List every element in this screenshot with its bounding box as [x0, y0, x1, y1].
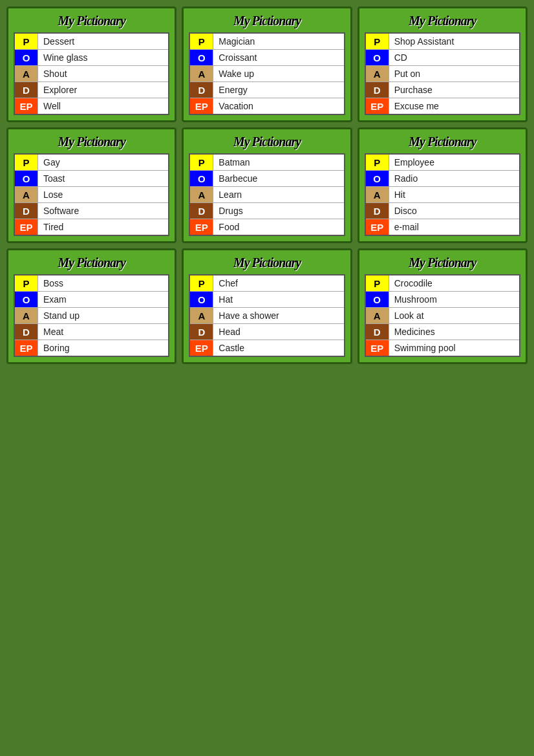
table-row: ORadio [366, 171, 519, 187]
row-word: Toast [38, 171, 168, 186]
row-letter-a: A [190, 66, 213, 81]
table-row: DSoftware [15, 203, 168, 219]
card-table-8: PCrocodileOMushroomALook atDMedicinesEPS… [365, 274, 520, 357]
row-letter-o: O [190, 171, 213, 186]
table-row: EPExcuse me [366, 98, 519, 114]
row-letter-ep: EP [190, 98, 213, 114]
table-row: AShout [15, 66, 168, 82]
card-table-4: PBatmanOBarbecueALearnDDrugsEPFood [189, 153, 345, 236]
table-row: AHit [366, 187, 519, 203]
row-letter-a: A [190, 308, 213, 323]
row-word: Purchase [389, 82, 519, 98]
table-row: PChef [190, 275, 343, 292]
row-letter-o: O [15, 171, 38, 186]
pictionary-card-7: My PictionaryPChefOHatAHave a showerDHea… [182, 248, 352, 364]
row-letter-o: O [366, 171, 389, 186]
row-word: Wake up [213, 66, 343, 81]
row-letter-a: A [190, 187, 213, 202]
card-title-5: My Pictionary [365, 135, 520, 149]
table-row: PBoss [15, 275, 168, 292]
row-letter-ep: EP [15, 219, 38, 235]
row-word: Chef [213, 275, 343, 291]
pictionary-card-6: My PictionaryPBossOExamAStand upDMeatEPB… [6, 248, 176, 364]
row-word: Magician [213, 34, 343, 49]
row-letter-d: D [366, 203, 389, 219]
row-word: Learn [213, 187, 343, 202]
row-word: Gay [38, 155, 168, 170]
row-word: Meat [38, 324, 168, 340]
card-table-0: PDessertOWine glassAShoutDExplorerEPWell [14, 32, 169, 115]
table-row: OWine glass [15, 50, 168, 66]
row-word: Hit [389, 187, 519, 202]
row-letter-d: D [15, 82, 38, 98]
row-letter-o: O [366, 50, 389, 65]
row-letter-o: O [15, 292, 38, 307]
card-title-2: My Pictionary [365, 14, 520, 28]
row-letter-p: P [190, 155, 213, 170]
row-letter-p: P [15, 275, 38, 291]
row-letter-a: A [366, 66, 389, 81]
row-word: Put on [389, 66, 519, 81]
table-row: PBatman [190, 155, 343, 171]
table-row: DMeat [15, 324, 168, 340]
row-letter-a: A [366, 187, 389, 202]
row-letter-p: P [15, 34, 38, 49]
table-row: ALearn [190, 187, 343, 203]
row-word: Stand up [38, 308, 168, 323]
row-word: Drugs [213, 203, 343, 219]
row-word: Look at [389, 308, 519, 323]
table-row: OCD [366, 50, 519, 66]
card-title-4: My Pictionary [189, 135, 345, 149]
pictionary-card-8: My PictionaryPCrocodileOMushroomALook at… [358, 248, 528, 364]
row-letter-p: P [366, 155, 389, 170]
table-row: OExam [15, 292, 168, 308]
row-letter-ep: EP [366, 98, 389, 114]
table-row: ALose [15, 187, 168, 203]
row-word: Castle [213, 340, 343, 356]
table-row: PGay [15, 155, 168, 171]
pictionary-card-5: My PictionaryPEmployeeORadioAHitDDiscoEP… [358, 127, 528, 243]
row-word: Dessert [38, 34, 168, 49]
table-row: PDessert [15, 34, 168, 50]
row-word: Head [213, 324, 343, 340]
table-row: OMushroom [366, 292, 519, 308]
table-row: DMedicines [366, 324, 519, 340]
row-word: Mushroom [389, 292, 519, 307]
row-word: Batman [213, 155, 343, 170]
row-word: Have a shower [213, 308, 343, 323]
row-letter-ep: EP [15, 340, 38, 356]
card-title-3: My Pictionary [14, 135, 169, 149]
row-word: Exam [38, 292, 168, 307]
row-word: Software [38, 203, 168, 219]
row-word: Hat [213, 292, 343, 307]
table-row: EPVacation [190, 98, 343, 114]
table-row: EPFood [190, 219, 343, 235]
row-word: Shop Assistant [389, 34, 519, 49]
row-word: Lose [38, 187, 168, 202]
row-letter-d: D [190, 324, 213, 340]
card-table-3: PGayOToastALoseDSoftwareEPTired [14, 153, 169, 236]
row-letter-ep: EP [190, 340, 213, 356]
table-row: PCrocodile [366, 275, 519, 292]
row-letter-d: D [366, 82, 389, 98]
pictionary-card-4: My PictionaryPBatmanOBarbecueALearnDDrug… [182, 127, 352, 243]
row-letter-o: O [15, 50, 38, 65]
table-row: ALook at [366, 308, 519, 324]
row-word: Vacation [213, 98, 343, 114]
pictionary-card-0: My PictionaryPDessertOWine glassAShoutDE… [6, 6, 176, 122]
row-word: Radio [389, 171, 519, 186]
card-title-0: My Pictionary [14, 14, 169, 28]
row-letter-ep: EP [15, 98, 38, 114]
table-row: PShop Assistant [366, 34, 519, 50]
row-letter-d: D [15, 324, 38, 340]
table-row: EPTired [15, 219, 168, 235]
card-table-5: PEmployeeORadioAHitDDiscoEPe-mail [365, 153, 520, 236]
pictionary-card-1: My PictionaryPMagicianOCroissantAWake up… [182, 6, 352, 122]
table-row: DDisco [366, 203, 519, 219]
table-row: EPWell [15, 98, 168, 114]
table-row: OHat [190, 292, 343, 308]
row-word: Energy [213, 82, 343, 98]
table-row: DEnergy [190, 82, 343, 98]
row-word: Disco [389, 203, 519, 219]
card-grid: My PictionaryPDessertOWine glassAShoutDE… [6, 6, 528, 364]
